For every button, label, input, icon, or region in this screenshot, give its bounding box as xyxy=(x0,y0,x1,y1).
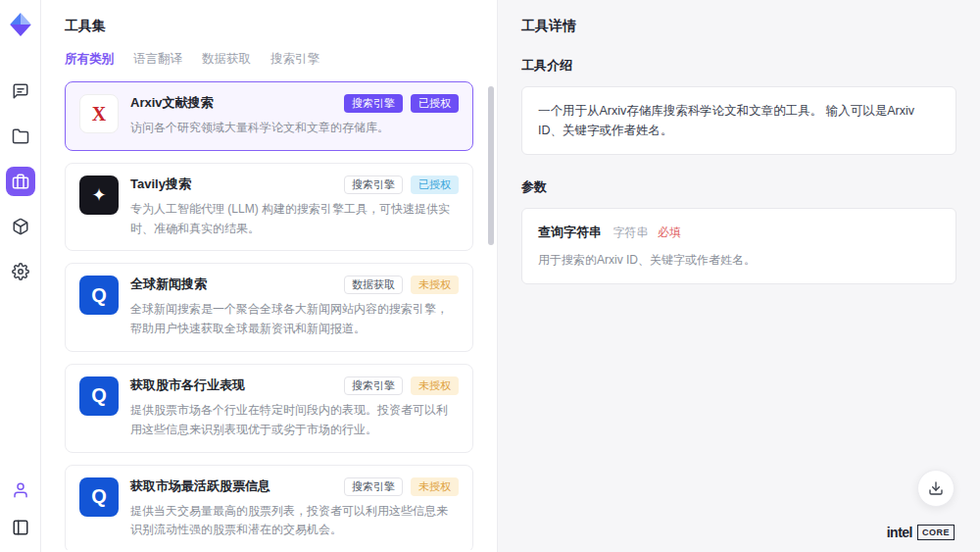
stock-logo-icon: Q xyxy=(79,376,119,416)
tool-name: Arxiv文献搜索 xyxy=(130,94,214,112)
tool-card-global-news[interactable]: Q 全球新闻搜索 数据获取 未授权 全球新闻搜索是一个聚合全球各大新闻网站内容的… xyxy=(65,263,473,352)
auth-status-badge: 未授权 xyxy=(411,276,459,294)
download-icon xyxy=(928,480,944,496)
tool-card-tavily[interactable]: ✦ Tavily搜索 搜索引擎 已授权 专为人工智能代理 (LLM) 构建的搜索… xyxy=(65,163,473,252)
tool-name: 全球新闻搜索 xyxy=(130,276,207,293)
arxiv-logo-icon: X xyxy=(79,94,119,133)
nav-chat-icon[interactable] xyxy=(6,76,35,106)
category-badge: 搜索引擎 xyxy=(344,376,403,395)
param-description: 用于搜索的Arxiv ID、关键字或作者姓名。 xyxy=(538,251,940,270)
tool-description: 提供股票市场各个行业在特定时间段内的表现。投资者可以利用这些信息来识别表现优于或… xyxy=(130,401,459,440)
tool-description: 全球新闻搜索是一个聚合全球各大新闻网站内容的搜索引擎，帮助用户快速获取全球最新资… xyxy=(130,300,459,339)
tab-data-fetch[interactable]: 数据获取 xyxy=(202,51,251,68)
param-header: 查询字符串 字符串 必填 xyxy=(538,223,940,243)
tool-list: X Arxiv文献搜索 搜索引擎 已授权 访问各个研究领域大量科学论文和文章的存… xyxy=(65,81,473,550)
nav-toolbox-icon[interactable] xyxy=(6,167,35,196)
tab-all-categories[interactable]: 所有类别 xyxy=(65,51,114,68)
intro-text: 一个用于从Arxiv存储库搜索科学论文和文章的工具。 输入可以是Arxiv ID… xyxy=(538,104,914,137)
tool-description: 访问各个研究领域大量科学论文和文章的存储库。 xyxy=(130,119,459,138)
category-tabs: 所有类别 语言翻译 数据获取 搜索引擎 xyxy=(65,51,473,68)
auth-status-badge: 未授权 xyxy=(411,376,459,395)
page-title: 工具集 xyxy=(65,18,473,35)
tool-detail-panel: 工具详情 工具介绍 一个用于从Arxiv存储库搜索科学论文和文章的工具。 输入可… xyxy=(498,0,980,552)
tool-name: 获取市场最活跃股票信息 xyxy=(130,477,270,495)
scrollbar-thumb[interactable] xyxy=(488,86,494,245)
tool-description: 专为人工智能代理 (LLM) 构建的搜索引擎工具，可快速提供实时、准确和真实的结… xyxy=(130,200,459,239)
param-required-badge: 必填 xyxy=(658,226,681,239)
auth-status-badge: 已授权 xyxy=(411,94,459,113)
param-type: 字符串 xyxy=(612,226,648,239)
tool-name: Tavily搜索 xyxy=(130,176,191,193)
param-box: 查询字符串 字符串 必填 用于搜索的Arxiv ID、关键字或作者姓名。 xyxy=(521,208,956,284)
nav-collapse-panel-icon[interactable] xyxy=(6,513,35,542)
params-heading: 参数 xyxy=(521,178,956,196)
tavily-logo-icon: ✦ xyxy=(79,176,119,215)
category-badge: 搜索引擎 xyxy=(344,176,403,194)
brand-name: intel xyxy=(887,525,912,540)
category-badge: 搜索引擎 xyxy=(344,477,403,496)
nav-package-icon[interactable] xyxy=(6,212,35,241)
category-badge: 数据获取 xyxy=(344,276,403,294)
nav-settings-icon[interactable] xyxy=(6,257,35,286)
intro-heading: 工具介绍 xyxy=(521,57,956,75)
auth-status-badge: 未授权 xyxy=(411,477,459,496)
stock-logo-icon: Q xyxy=(79,477,119,517)
detail-title: 工具详情 xyxy=(521,18,956,35)
brand-sub: CORE xyxy=(917,525,955,540)
param-name: 查询字符串 xyxy=(538,225,602,239)
icon-rail xyxy=(0,0,41,552)
tab-search-engine[interactable]: 搜索引擎 xyxy=(270,51,319,68)
nav-user-icon[interactable] xyxy=(6,476,35,505)
tool-card-sector-performance[interactable]: Q 获取股市各行业表现 搜索引擎 未授权 提供股票市场各个行业在特定时间段内的表… xyxy=(65,364,473,453)
category-badge: 搜索引擎 xyxy=(344,94,403,113)
intel-core-logo: intel CORE xyxy=(887,525,955,540)
news-logo-icon: Q xyxy=(79,276,119,315)
tool-name: 获取股市各行业表现 xyxy=(130,376,245,394)
tab-language-translation[interactable]: 语言翻译 xyxy=(133,51,182,68)
tool-card-arxiv[interactable]: X Arxiv文献搜索 搜索引擎 已授权 访问各个研究领域大量科学论文和文章的存… xyxy=(65,81,473,151)
intro-box: 一个用于从Arxiv存储库搜索科学论文和文章的工具。 输入可以是Arxiv ID… xyxy=(521,86,956,155)
tool-card-most-active-stocks[interactable]: Q 获取市场最活跃股票信息 搜索引擎 未授权 提供当天交易量最高的股票列表，投资… xyxy=(65,465,473,550)
app-logo[interactable] xyxy=(8,12,33,37)
tool-list-panel: 工具集 所有类别 语言翻译 数据获取 搜索引擎 X Arxiv文献搜索 搜索引擎… xyxy=(41,0,498,552)
auth-status-badge: 已授权 xyxy=(411,176,459,194)
tool-description: 提供当天交易量最高的股票列表，投资者可以利用这些信息来识别流动性强的股票和潜在的… xyxy=(130,502,459,541)
download-button[interactable] xyxy=(917,470,955,507)
nav-folder-icon[interactable] xyxy=(6,122,35,151)
